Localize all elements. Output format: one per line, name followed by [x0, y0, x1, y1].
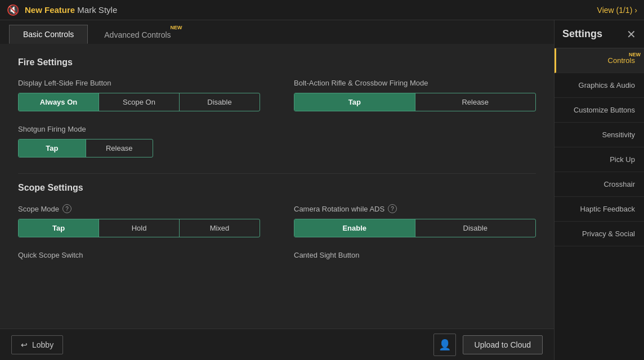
- sidebar-title: Settings: [562, 28, 602, 40]
- scope-row-1: Scope Mode ? Tap Hold Mixed Camera Rotat…: [18, 204, 536, 237]
- sidebar-item-crosshair[interactable]: Crosshair: [554, 172, 644, 197]
- quick-scope-label: Quick Scope Switch: [18, 251, 260, 259]
- speaker-icon: 🔇: [7, 4, 19, 16]
- scope-mode-btn-group: Tap Hold Mixed: [18, 219, 260, 237]
- left-fire-disable[interactable]: Disable: [180, 93, 260, 111]
- sidebar-item-sensitivity-label: Sensitivity: [602, 130, 635, 139]
- left-fire-always-on[interactable]: Always On: [19, 93, 99, 111]
- quick-scope-setting: Quick Scope Switch: [18, 251, 260, 265]
- left-panel: Basic Controls Advanced Controls NEW Fir…: [0, 20, 554, 360]
- fire-row-1: Display Left-Side Fire Button Always On …: [18, 79, 536, 111]
- tab-basic-controls-label: Basic Controls: [23, 30, 74, 39]
- tab-advanced-controls[interactable]: Advanced Controls NEW: [90, 25, 185, 44]
- sidebar-item-haptic-feedback[interactable]: Haptic Feedback: [554, 197, 644, 222]
- scope-settings-group: Scope Settings Scope Mode ? Tap Hold Mix…: [18, 183, 536, 265]
- feature-highlight: New Feature: [25, 5, 75, 15]
- view-button[interactable]: View (1/1) ›: [597, 6, 637, 15]
- controls-new-badge: NEW: [629, 52, 641, 57]
- sidebar-header: Settings ✕: [554, 20, 644, 48]
- shotgun-label: Shotgun Firing Mode: [18, 125, 277, 133]
- fire-row-2: Shotgun Firing Mode Tap Release: [18, 125, 536, 158]
- lobby-label: Lobby: [32, 340, 53, 349]
- bolt-action-release[interactable]: Release: [415, 93, 536, 111]
- scope-mode-label: Scope Mode ?: [18, 204, 260, 213]
- camera-rotation-text: Camera Rotation while ADS: [294, 205, 384, 213]
- view-label: View (1/1): [597, 6, 633, 15]
- fire-settings-title: Fire Settings: [18, 57, 536, 68]
- scope-mode-hold[interactable]: Hold: [99, 219, 180, 237]
- sidebar-item-sensitivity[interactable]: Sensitivity: [554, 123, 644, 147]
- tab-basic-controls[interactable]: Basic Controls: [9, 25, 88, 44]
- sidebar-item-crosshair-label: Crosshair: [603, 180, 635, 188]
- upload-cloud-button[interactable]: Upload to Cloud: [463, 335, 543, 354]
- feature-title-suffix: Mark Style: [75, 5, 117, 15]
- sidebar-item-privacy-social-label: Privacy & Social: [582, 230, 635, 238]
- sidebar-item-haptic-feedback-label: Haptic Feedback: [580, 205, 635, 213]
- shotgun-btn-group: Tap Release: [18, 139, 153, 158]
- top-bar: 🔇 New Feature Mark Style View (1/1) ›: [0, 0, 644, 20]
- scope-settings-title: Scope Settings: [18, 183, 536, 193]
- sidebar-items-list: NEW Controls Graphics & Audio Customize …: [554, 48, 644, 360]
- left-fire-scope-on[interactable]: Scope On: [99, 93, 180, 111]
- left-fire-btn-group: Always On Scope On Disable: [18, 93, 260, 111]
- tabs-bar: Basic Controls Advanced Controls NEW: [0, 20, 554, 44]
- canted-sight-setting: Canted Sight Button: [294, 251, 536, 265]
- bolt-action-btn-group: Tap Release: [294, 93, 536, 111]
- sidebar-item-graphics-audio-label: Graphics & Audio: [579, 81, 635, 89]
- camera-rotation-setting: Camera Rotation while ADS ? Enable Disab…: [294, 204, 536, 237]
- shotgun-setting: Shotgun Firing Mode Tap Release: [18, 125, 277, 158]
- sidebar-item-customize-buttons[interactable]: Customize Buttons: [554, 98, 644, 123]
- sidebar-item-controls[interactable]: NEW Controls: [554, 48, 644, 73]
- bolt-action-label: Bolt-Action Rifle & Crossbow Firing Mode: [294, 79, 536, 87]
- right-sidebar: Settings ✕ NEW Controls Graphics & Audio…: [554, 20, 644, 360]
- shotgun-tap[interactable]: Tap: [19, 140, 86, 157]
- sidebar-item-pick-up-label: Pick Up: [610, 155, 635, 164]
- bolt-action-tap[interactable]: Tap: [294, 93, 415, 111]
- sidebar-item-graphics-audio[interactable]: Graphics & Audio: [554, 73, 644, 98]
- upload-cloud-label: Upload to Cloud: [475, 340, 531, 349]
- scope-row-2: Quick Scope Switch Canted Sight Button: [18, 251, 536, 265]
- main-layout: Basic Controls Advanced Controls NEW Fir…: [0, 20, 644, 360]
- scope-mode-mixed[interactable]: Mixed: [180, 219, 260, 237]
- sidebar-item-customize-buttons-label: Customize Buttons: [574, 106, 635, 114]
- left-fire-label: Display Left-Side Fire Button: [18, 79, 260, 87]
- advanced-controls-new-badge: NEW: [171, 25, 182, 30]
- camera-rotation-btn-group: Enable Disable: [294, 219, 536, 237]
- camera-rotation-disable[interactable]: Disable: [415, 219, 536, 237]
- scope-mode-setting: Scope Mode ? Tap Hold Mixed: [18, 204, 260, 237]
- profile-icon-button[interactable]: 👤: [433, 334, 456, 356]
- scope-mode-tap[interactable]: Tap: [19, 219, 99, 237]
- bottom-bar: ↩ Lobby 👤 Upload to Cloud: [0, 328, 554, 360]
- top-bar-left: 🔇 New Feature Mark Style: [7, 4, 117, 16]
- top-bar-title: New Feature Mark Style: [25, 5, 117, 15]
- sidebar-item-privacy-social[interactable]: Privacy & Social: [554, 222, 644, 246]
- profile-icon: 👤: [439, 339, 451, 351]
- camera-rotation-info-icon[interactable]: ?: [388, 204, 397, 213]
- camera-rotation-enable[interactable]: Enable: [294, 219, 415, 237]
- canted-sight-label: Canted Sight Button: [294, 251, 536, 259]
- lobby-button[interactable]: ↩ Lobby: [11, 335, 63, 354]
- section-divider: [18, 173, 536, 174]
- sidebar-item-pick-up[interactable]: Pick Up: [554, 147, 644, 172]
- scope-mode-info-icon[interactable]: ?: [62, 204, 71, 213]
- camera-rotation-label: Camera Rotation while ADS ?: [294, 204, 536, 213]
- left-fire-setting: Display Left-Side Fire Button Always On …: [18, 79, 260, 111]
- settings-content: Fire Settings Display Left-Side Fire But…: [0, 44, 554, 328]
- close-icon[interactable]: ✕: [627, 28, 636, 41]
- tab-advanced-controls-label: Advanced Controls: [104, 30, 171, 39]
- bolt-action-setting: Bolt-Action Rifle & Crossbow Firing Mode…: [294, 79, 536, 111]
- chevron-right-icon: ›: [634, 6, 637, 15]
- bottom-right-controls: 👤 Upload to Cloud: [433, 334, 543, 356]
- shotgun-release[interactable]: Release: [86, 140, 153, 157]
- sidebar-item-controls-label: Controls: [608, 56, 635, 65]
- lobby-icon: ↩: [21, 340, 28, 349]
- scope-mode-text: Scope Mode: [18, 205, 59, 213]
- fire-settings-group: Fire Settings Display Left-Side Fire But…: [18, 57, 536, 158]
